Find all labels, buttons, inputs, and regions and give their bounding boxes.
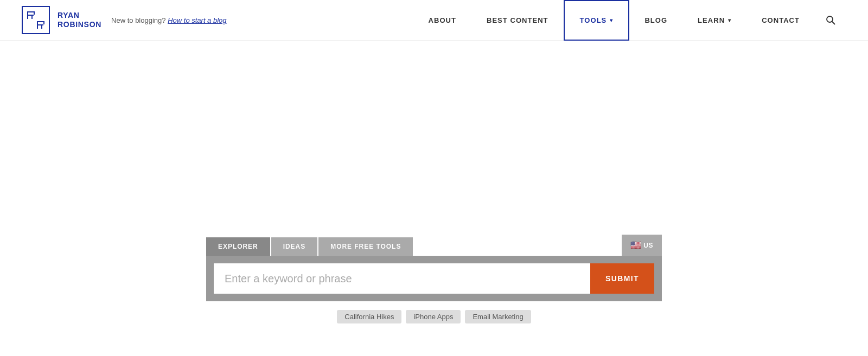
svg-rect-3 xyxy=(27,15,34,16)
tabs-left: EXPLORER IDEAS MORE FREE TOOLS xyxy=(206,237,414,256)
nav-contact[interactable]: CONTACT xyxy=(746,0,815,41)
svg-rect-2 xyxy=(34,11,35,15)
suggestion-email-marketing[interactable]: Email Marketing xyxy=(465,310,531,323)
logo-text: RYAN ROBINSON xyxy=(58,11,101,29)
svg-rect-0 xyxy=(27,11,35,12)
logo-link[interactable]: RYAN ROBINSON xyxy=(22,6,101,34)
nav-blog[interactable]: BLOG xyxy=(629,0,682,41)
tagline-text: New to blogging? How to start a blog xyxy=(111,16,226,24)
svg-rect-9 xyxy=(41,25,42,29)
tabs-row: EXPLORER IDEAS MORE FREE TOOLS 🇺🇸 US xyxy=(206,235,662,256)
tab-explorer[interactable]: EXPLORER xyxy=(206,237,270,256)
suggestion-tags: California Hikes iPhone Apps Email Marke… xyxy=(206,310,662,323)
learn-chevron-icon: ▾ xyxy=(728,17,731,23)
submit-button[interactable]: SUBMIT xyxy=(590,263,654,294)
logo-box xyxy=(22,6,50,34)
tab-more-free-tools[interactable]: MORE FREE TOOLS xyxy=(318,237,413,256)
svg-rect-4 xyxy=(31,16,33,19)
tagline-link[interactable]: How to start a blog xyxy=(168,16,226,24)
nav-best-content[interactable]: BEST CONTENT xyxy=(471,0,564,41)
tool-widget: EXPLORER IDEAS MORE FREE TOOLS 🇺🇸 US SUB… xyxy=(206,235,662,323)
site-header: RYAN ROBINSON New to blogging? How to st… xyxy=(0,0,868,41)
svg-line-11 xyxy=(832,22,835,24)
tools-chevron-icon: ▾ xyxy=(610,17,613,23)
main-content: EXPLORER IDEAS MORE FREE TOOLS 🇺🇸 US SUB… xyxy=(0,41,868,356)
svg-rect-8 xyxy=(37,24,43,25)
svg-rect-5 xyxy=(37,21,44,22)
suggestion-california-hikes[interactable]: California Hikes xyxy=(337,310,401,323)
main-nav: ABOUT BEST CONTENT TOOLS ▾ BLOG LEARN ▾ … xyxy=(413,0,846,41)
search-icon[interactable] xyxy=(815,0,846,41)
keyword-search-input[interactable] xyxy=(214,263,590,294)
svg-rect-7 xyxy=(43,21,44,24)
tab-locale-us[interactable]: 🇺🇸 US xyxy=(622,235,662,256)
nav-tools[interactable]: TOOLS ▾ xyxy=(564,0,630,41)
nav-about[interactable]: ABOUT xyxy=(413,0,471,41)
us-flag-icon: 🇺🇸 xyxy=(630,240,642,250)
tab-ideas[interactable]: IDEAS xyxy=(271,237,317,256)
suggestion-iphone-apps[interactable]: iPhone Apps xyxy=(406,310,461,323)
nav-learn[interactable]: LEARN ▾ xyxy=(682,0,746,41)
search-bar-container: SUBMIT xyxy=(206,256,662,301)
